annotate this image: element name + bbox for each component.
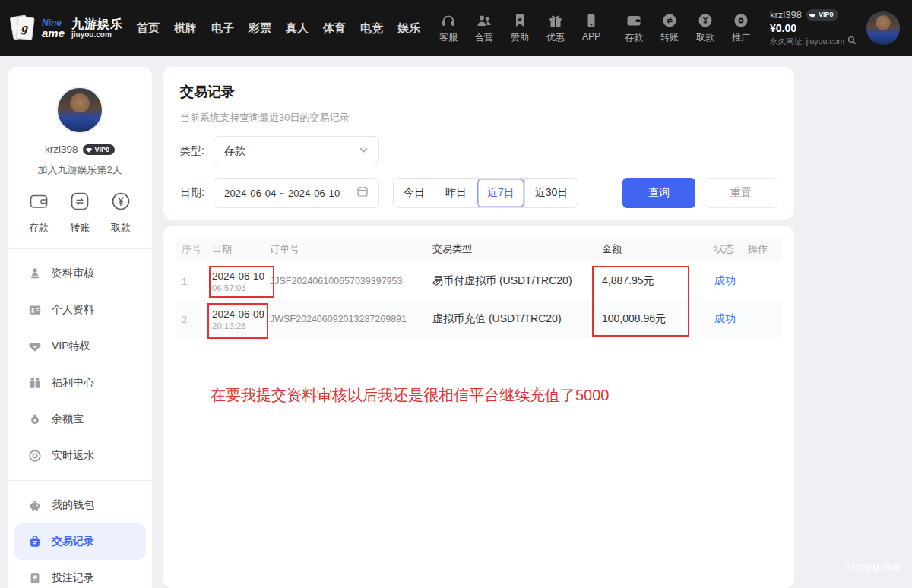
date-quick-ranges: 今日 昨日 近7日 近30日 bbox=[393, 178, 578, 208]
status-link[interactable]: 成功 bbox=[714, 312, 736, 324]
range-7days[interactable]: 近7日 bbox=[477, 179, 524, 207]
query-button[interactable]: 查询 bbox=[622, 178, 695, 208]
date-cell: 2024-06-10 06:57:03 bbox=[203, 270, 261, 292]
order-number: JWSF202406092013287269891 bbox=[261, 314, 432, 324]
search-icon[interactable] bbox=[847, 36, 857, 47]
avatar[interactable] bbox=[56, 87, 103, 134]
customer-service-button[interactable]: 客服 bbox=[436, 12, 461, 44]
sidebar-item-welfare[interactable]: 福利中心 bbox=[8, 365, 152, 401]
range-today[interactable]: 今日 bbox=[394, 179, 435, 207]
wallet-icon bbox=[625, 12, 642, 29]
nav-chess[interactable]: 棋牌 bbox=[174, 21, 197, 36]
page-subtitle: 当前系统支持查询最近30日的交易记录 bbox=[180, 111, 777, 125]
phone-icon bbox=[583, 12, 600, 29]
table-header: 序号 日期 订单号 交易类型 金额 状态 操作 bbox=[176, 236, 782, 262]
type-filter-row: 类型: 存款 bbox=[180, 136, 777, 166]
sidebar-item-rebate[interactable]: 实时返水 bbox=[8, 438, 152, 474]
welfare-gift-icon bbox=[28, 376, 42, 390]
playing-cards-icon: g bbox=[11, 14, 36, 43]
table-row: 1 2024-06-10 06:57:03 JJSF20240610065703… bbox=[176, 262, 782, 300]
nav-home[interactable]: 首页 bbox=[137, 21, 160, 36]
deposit-button[interactable]: 存款 bbox=[27, 190, 50, 235]
sidebar-item-yuebao[interactable]: 余额宝 bbox=[8, 401, 152, 438]
username: krzl398 bbox=[45, 144, 78, 155]
nav-esports[interactable]: 电竞 bbox=[360, 21, 383, 36]
sidebar: krzl398 VIP0 加入九游娱乐第2天 存款 转账 取款 bbox=[8, 67, 152, 588]
range-yesterday[interactable]: 昨日 bbox=[435, 179, 477, 207]
sidebar-item-personal-info[interactable]: 个人资料 bbox=[8, 292, 152, 328]
type-label: 类型: bbox=[180, 144, 214, 158]
diamond-icon bbox=[85, 146, 93, 153]
transfer-button-top[interactable]: 转账 bbox=[657, 12, 682, 44]
range-30days[interactable]: 近30日 bbox=[524, 179, 578, 207]
vip-diamond-icon bbox=[28, 340, 42, 353]
vip-badge: VIP0 bbox=[806, 9, 839, 21]
nav-entertainment[interactable]: 娱乐 bbox=[397, 21, 420, 36]
nav-sports[interactable]: 体育 bbox=[323, 21, 346, 36]
id-card-icon bbox=[28, 303, 42, 317]
nav-lottery[interactable]: 彩票 bbox=[249, 21, 271, 36]
sidebar-item-transactions[interactable]: 交易记录 bbox=[14, 523, 146, 560]
nav-live[interactable]: 真人 bbox=[286, 21, 309, 36]
permanent-url: 永久网址: jiuyou.com bbox=[770, 36, 844, 46]
date-filter-row: 日期: 2024-06-04 ~ 2024-06-10 今日 昨日 近7日 近3… bbox=[180, 178, 777, 208]
site-logo[interactable]: g Nine ame 九游娱乐 jiuyou.com bbox=[11, 14, 123, 43]
piggy-bank-icon bbox=[28, 498, 42, 512]
date-range-input[interactable]: 2024-06-04 ~ 2024-06-10 bbox=[214, 178, 379, 208]
status-link[interactable]: 成功 bbox=[714, 274, 736, 286]
transactions-icon bbox=[28, 535, 42, 548]
partners-icon bbox=[476, 12, 492, 29]
promote-button-top[interactable]: 推广 bbox=[729, 12, 753, 44]
date-label: 日期: bbox=[180, 186, 214, 200]
sponsor-icon bbox=[511, 12, 528, 29]
profile-card: krzl398 VIP0 加入九游娱乐第2天 存款 转账 取款 bbox=[8, 87, 152, 248]
diamond-icon bbox=[809, 11, 816, 19]
transfer-button[interactable]: 转账 bbox=[68, 190, 91, 235]
deposit-button-top[interactable]: 存款 bbox=[622, 12, 646, 44]
type-select[interactable]: 存款 bbox=[214, 136, 379, 166]
topbar: g Nine ame 九游娱乐 jiuyou.com 首页 棋牌 电子 彩票 真… bbox=[0, 0, 912, 56]
gift-icon bbox=[547, 12, 564, 29]
quick-actions: 存款 转账 取款 bbox=[8, 177, 152, 248]
transaction-type: 虚拟币充值 (USDT/TRC20) bbox=[432, 312, 588, 326]
calendar-icon bbox=[356, 185, 369, 201]
promotions-button[interactable]: 优惠 bbox=[543, 12, 568, 44]
sidebar-menu-group-1: 资料审核 个人资料 VIP特权 福利中心 余额宝 实时返水 bbox=[8, 249, 152, 480]
withdraw-icon bbox=[109, 190, 132, 216]
avatar[interactable] bbox=[866, 11, 900, 45]
moneybag-icon bbox=[28, 413, 42, 426]
audit-icon bbox=[28, 267, 42, 280]
sidebar-item-bets[interactable]: 投注记录 bbox=[8, 560, 152, 588]
watermark: sheyu.me bbox=[845, 560, 901, 573]
bets-record-icon bbox=[28, 571, 42, 585]
order-number: JJSF202406100657039397953 bbox=[261, 276, 432, 286]
date-cell: 2024-06-09 20:13:28 bbox=[203, 308, 261, 330]
app-download-button[interactable]: APP bbox=[579, 12, 603, 44]
reset-button[interactable]: 重置 bbox=[705, 178, 777, 208]
amount: 100,008.96元 bbox=[588, 312, 695, 326]
transfer-icon bbox=[68, 190, 91, 216]
logo-nine-text: Nine bbox=[42, 18, 65, 27]
withdraw-button[interactable]: 取款 bbox=[109, 190, 132, 235]
vip-badge: VIP0 bbox=[83, 144, 116, 155]
sidebar-menu-group-2: 我的钱包 交易记录 投注记录 bbox=[8, 481, 152, 588]
sidebar-item-audit[interactable]: 资料审核 bbox=[8, 255, 152, 292]
joined-days: 加入九游娱乐第2天 bbox=[8, 163, 152, 177]
partners-button[interactable]: 合营 bbox=[472, 12, 496, 44]
headset-icon bbox=[440, 12, 457, 29]
withdraw-button-top[interactable]: 取款 bbox=[693, 12, 717, 44]
service-icon-group: 客服 合营 赞助 优惠 APP bbox=[436, 12, 603, 44]
username: krzl398 bbox=[770, 9, 802, 21]
transfer-coin-icon bbox=[661, 12, 678, 29]
page-title: 交易记录 bbox=[180, 83, 777, 101]
main-nav: 首页 棋牌 电子 彩票 真人 体育 电竞 娱乐 bbox=[137, 21, 420, 36]
nav-slots[interactable]: 电子 bbox=[211, 21, 234, 36]
sponsor-button[interactable]: 赞助 bbox=[508, 12, 532, 44]
transactions-table-card: 序号 日期 订单号 交易类型 金额 状态 操作 1 2024-06-10 06:… bbox=[163, 226, 794, 588]
logo-ame-text: ame bbox=[42, 27, 65, 39]
annotation-text: 在要我提交资料审核以后我还是很相信平台继续充值了5000 bbox=[211, 385, 610, 406]
sidebar-item-wallet[interactable]: 我的钱包 bbox=[8, 487, 152, 523]
sidebar-item-vip[interactable]: VIP特权 bbox=[8, 328, 152, 365]
withdraw-coin-icon bbox=[697, 12, 714, 29]
user-info[interactable]: krzl398 VIP0 ¥0.00 永久网址: jiuyou.com bbox=[770, 9, 857, 48]
